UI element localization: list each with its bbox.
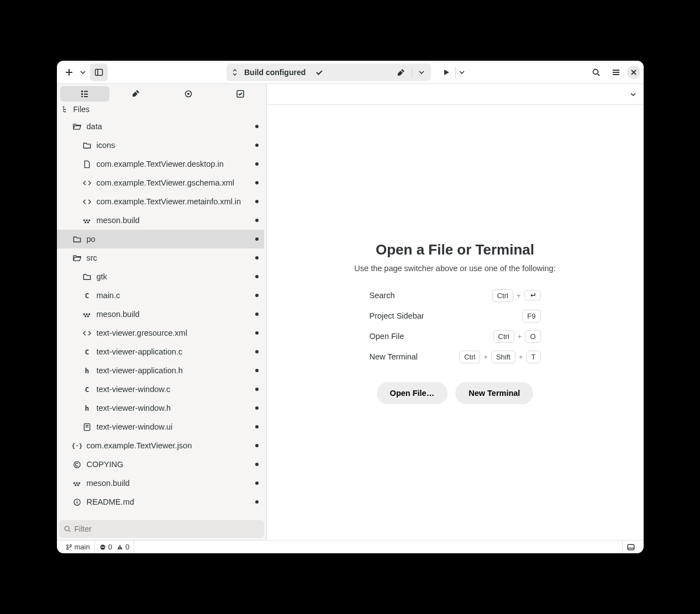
new-dropdown-button[interactable] <box>78 63 88 81</box>
sidebar-tab-build[interactable] <box>112 86 161 102</box>
svg-rect-37 <box>77 500 78 501</box>
tree-row[interactable]: meson.build <box>57 474 264 493</box>
tree-row[interactable]: text-viewer.gresource.xml <box>57 324 264 342</box>
vcs-dot-icon <box>255 369 259 372</box>
file-icon <box>82 160 92 168</box>
json-icon: {·} <box>72 442 82 449</box>
run-menu-button[interactable] <box>456 63 468 81</box>
shortcut-keys: Ctrl+ <box>492 289 541 302</box>
tab-bar <box>267 84 644 105</box>
vcs-dot-icon <box>255 144 259 147</box>
tree-row[interactable]: gtk <box>57 267 264 286</box>
svg-rect-45 <box>119 546 120 548</box>
folder-icon <box>82 273 92 281</box>
file-tree[interactable]: dataiconscom.example.TextViewer.desktop.… <box>57 117 266 518</box>
panel-icon <box>627 543 635 551</box>
tree-row[interactable]: com.example.TextViewer.metainfo.xml.in <box>57 192 264 211</box>
tree-item-label: com.example.TextViewer.gschema.xml <box>97 178 255 187</box>
svg-rect-7 <box>84 91 88 92</box>
open-file-button[interactable]: Open File… <box>377 382 448 404</box>
vcs-dot-icon <box>255 313 259 316</box>
sidebar-tab-debug[interactable] <box>164 86 213 102</box>
tree-row[interactable]: src <box>57 248 264 267</box>
c-icon: C <box>82 348 92 356</box>
tree-row[interactable]: COPYING <box>57 455 264 474</box>
svg-point-2 <box>593 69 598 74</box>
key: Ctrl <box>493 330 514 343</box>
build-status-text: Build configured <box>242 68 313 77</box>
tree-item-label: com.example.TextViewer.desktop.in <box>97 160 255 168</box>
tree-row[interactable]: data <box>57 117 264 136</box>
vcs-dot-icon <box>255 275 259 278</box>
close-button[interactable] <box>627 66 640 79</box>
shortcut-row: Open FileCtrl+O <box>370 330 541 343</box>
tree-row[interactable]: htext-viewer-window.h <box>57 399 264 417</box>
tree-row[interactable]: Ctext-viewer-application.c <box>57 342 264 361</box>
search-button[interactable] <box>587 63 605 81</box>
vcs-dot-icon <box>255 200 259 203</box>
h-icon: h <box>82 367 92 375</box>
svg-rect-6 <box>81 96 83 97</box>
tree-item-label: text-viewer-application.h <box>97 366 255 375</box>
folder-open-icon <box>72 254 82 262</box>
tree-row[interactable]: meson.build <box>57 305 264 324</box>
branch-segment[interactable]: main <box>61 541 95 553</box>
tree-row[interactable]: meson.build <box>57 211 264 230</box>
folder-icon <box>72 235 82 244</box>
tree-row[interactable]: {·}com.example.TextViewer.json <box>57 436 264 455</box>
svg-rect-25 <box>87 315 89 317</box>
sidebar-tabs <box>57 84 266 102</box>
tree-row[interactable]: com.example.TextViewer.gschema.xml <box>57 173 264 192</box>
new-terminal-button[interactable]: New Terminal <box>455 382 533 404</box>
run-button[interactable] <box>438 63 455 81</box>
build-menu-button[interactable] <box>415 65 428 80</box>
tree-item-label: com.example.TextViewer.metainfo.xml.in <box>97 197 255 206</box>
svg-rect-19 <box>85 221 86 223</box>
warning-count: 0 <box>125 543 129 551</box>
tree-row[interactable]: po <box>57 230 264 248</box>
tree-row[interactable]: htext-viewer-application.h <box>57 361 264 380</box>
tree-row[interactable]: com.example.TextViewer.desktop.in <box>57 155 264 173</box>
tree-row[interactable]: text-viewer-window.ui <box>57 417 264 436</box>
svg-rect-30 <box>73 482 75 484</box>
filter-box[interactable] <box>59 520 264 538</box>
diagnostics-segment[interactable]: 0 0 <box>95 541 134 553</box>
tab-menu-button[interactable] <box>627 86 639 103</box>
svg-rect-46 <box>119 548 120 549</box>
svg-rect-21 <box>83 313 85 315</box>
toggle-sidebar-button[interactable] <box>90 63 108 81</box>
new-button[interactable] <box>60 63 78 81</box>
tree-row[interactable]: README.md <box>57 493 264 511</box>
vcs-dot-icon <box>255 463 259 466</box>
config-switcher-icon <box>230 68 240 76</box>
build-button[interactable] <box>394 65 408 80</box>
tree-item-label: icons <box>97 141 255 150</box>
shortcuts-list: SearchCtrl+Project SidebarF9Open FileCtr… <box>370 289 541 363</box>
sidebar-tab-files[interactable] <box>60 86 110 102</box>
shortcut-label: Project Sidebar <box>370 311 523 320</box>
panel-toggle[interactable] <box>622 541 639 553</box>
tree-row[interactable]: Cmain.c <box>57 286 264 305</box>
code-icon <box>82 329 92 337</box>
tree-row[interactable]: icons <box>57 136 264 155</box>
folder-open-icon <box>72 123 82 131</box>
vcs-dot-icon <box>255 125 259 128</box>
sidebar-tab-tests[interactable] <box>215 86 265 102</box>
svg-rect-0 <box>95 69 102 75</box>
svg-rect-32 <box>78 482 80 484</box>
omnibar[interactable]: Build configured <box>227 63 431 81</box>
empty-state: Open a File or Terminal Use the page swi… <box>267 105 644 540</box>
tree-item-label: README.md <box>87 497 255 506</box>
main-menu-button[interactable] <box>607 63 625 81</box>
svg-rect-20 <box>87 221 89 223</box>
svg-rect-33 <box>75 484 76 486</box>
key: O <box>525 330 540 343</box>
shortcut-row: Project SidebarF9 <box>370 310 541 322</box>
check-icon <box>315 68 323 76</box>
svg-rect-4 <box>81 91 83 92</box>
main-area: Open a File or Terminal Use the page swi… <box>267 84 644 540</box>
svg-rect-24 <box>85 315 86 317</box>
tree-row[interactable]: Ctext-viewer-window.c <box>57 380 264 399</box>
error-count: 0 <box>108 543 112 551</box>
filter-input[interactable] <box>75 525 260 533</box>
